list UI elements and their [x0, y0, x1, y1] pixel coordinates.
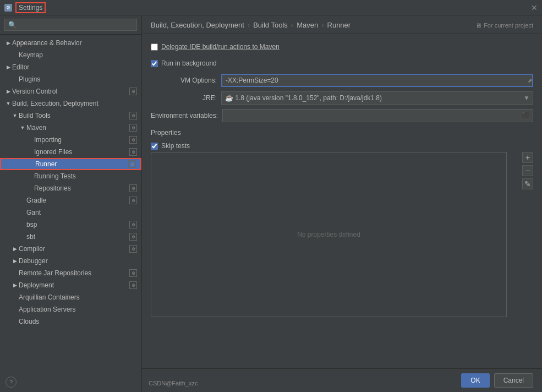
- window-title: Settings: [15, 2, 46, 13]
- project-icon: 🖥: [475, 22, 481, 29]
- sidebar-item-appearance-behavior[interactable]: ▶Appearance & Behavior: [0, 37, 141, 49]
- tree-arrow-icon: ▶: [11, 245, 19, 253]
- sidebar-item-bsp[interactable]: bsp⚙: [0, 219, 141, 231]
- edit-property-button[interactable]: ✎: [522, 178, 533, 189]
- properties-section: Properties Skip tests No properties defi…: [151, 129, 533, 317]
- sidebar-item-application-servers[interactable]: Application Servers: [0, 303, 141, 315]
- delegate-checkbox[interactable]: [151, 43, 158, 51]
- vm-options-wrapper: ⬈: [221, 74, 533, 87]
- external-settings-icon: ⚙: [129, 136, 137, 144]
- sidebar-item-label: Editor: [12, 63, 137, 71]
- sidebar-item-label: bsp: [26, 221, 128, 228]
- sidebar-item-label: Compiler: [19, 245, 128, 253]
- sidebar-item-label: sbt: [26, 233, 128, 241]
- remove-property-button[interactable]: −: [522, 165, 533, 176]
- sidebar-item-label: Appearance & Behavior: [12, 39, 137, 47]
- run-in-background-checkbox[interactable]: [151, 60, 158, 67]
- sidebar-item-version-control[interactable]: ▶Version Control⚙: [0, 85, 141, 97]
- content-body: Delegate IDE build/run actions to Maven …: [142, 34, 542, 368]
- env-vars-label: Environment variables:: [151, 112, 218, 119]
- sidebar-item-label: Importing: [34, 136, 128, 144]
- sidebar-item-build-tools[interactable]: ▼Build Tools⚙: [0, 110, 141, 122]
- external-settings-icon: ⚙: [129, 269, 137, 277]
- external-settings-icon: ⚙: [129, 221, 137, 228]
- properties-area: No properties defined: [151, 152, 507, 317]
- no-properties-text: No properties defined: [151, 153, 506, 317]
- sidebar-item-keymap[interactable]: Keymap: [0, 49, 141, 61]
- run-in-background-row: Run in background: [151, 57, 533, 69]
- for-current-project-label: For current project: [484, 22, 533, 29]
- for-current-project: 🖥 For current project: [475, 22, 533, 29]
- breadcrumb-separator: ›: [248, 21, 250, 29]
- sidebar-item-editor[interactable]: ▶Editor: [0, 61, 141, 73]
- watermark-text: CSDN@Faith_xzc: [149, 380, 198, 386]
- env-vars-input[interactable]: [222, 109, 533, 122]
- help-button[interactable]: ?: [6, 377, 17, 388]
- tree-arrow-icon: ▶: [11, 257, 19, 265]
- cancel-button[interactable]: Cancel: [494, 373, 533, 388]
- skip-tests-checkbox[interactable]: [151, 143, 158, 150]
- jre-select[interactable]: ☕ 1.8 (java version "1.8.0_152", path: D…: [221, 91, 533, 105]
- sidebar-item-clouds[interactable]: Clouds: [0, 315, 141, 328]
- expand-icon[interactable]: ⬈: [528, 78, 532, 84]
- sidebar-item-label: Repositories: [34, 184, 128, 192]
- ok-button[interactable]: OK: [461, 373, 489, 388]
- sidebar-item-compiler[interactable]: ▶Compiler⚙: [0, 243, 141, 255]
- sidebar-item-label: Ignored Files: [34, 148, 128, 156]
- env-vars-expand-icon[interactable]: ⬛: [522, 112, 530, 119]
- tree-arrow-icon: ▶: [4, 88, 12, 95]
- main-layout: ▶Appearance & BehaviorKeymap▶EditorPlugi…: [0, 15, 542, 392]
- tree-arrow-icon: ▶: [11, 281, 19, 289]
- sidebar-item-label: Gradle: [26, 197, 128, 204]
- breadcrumb: Build, Execution, Deployment›Build Tools…: [151, 21, 351, 29]
- tree-arrow-icon: ▼: [11, 112, 19, 119]
- run-in-background-label: Run in background: [161, 59, 217, 67]
- sidebar-item-label: Plugins: [19, 75, 137, 83]
- sidebar-item-label: Version Control: [12, 88, 128, 95]
- sidebar-item-label: Deployment: [19, 281, 128, 289]
- sidebar-item-debugger[interactable]: ▶Debugger: [0, 255, 141, 267]
- sidebar-item-runner[interactable]: Runner⚙: [0, 158, 141, 170]
- sidebar-item-maven[interactable]: ▼Maven⚙: [0, 122, 141, 134]
- sidebar-item-gant[interactable]: Gant: [0, 206, 141, 219]
- search-input[interactable]: [4, 19, 137, 31]
- external-settings-icon: ⚙: [129, 245, 137, 253]
- breadcrumb-item: Runner: [327, 21, 351, 29]
- sidebar-item-importing[interactable]: Importing⚙: [0, 134, 141, 146]
- sidebar-item-repositories[interactable]: Repositories⚙: [0, 182, 141, 194]
- external-settings-icon: ⚙: [128, 160, 136, 168]
- external-settings-icon: ⚙: [129, 233, 137, 241]
- breadcrumb-separator: ›: [321, 21, 324, 29]
- sidebar: ▶Appearance & BehaviorKeymap▶EditorPlugi…: [0, 15, 142, 392]
- sidebar-item-sbt[interactable]: sbt⚙: [0, 231, 141, 243]
- sidebar-item-label: Arquillian Containers: [19, 293, 137, 301]
- external-settings-icon: ⚙: [129, 148, 137, 156]
- sidebar-item-build-execution-deployment[interactable]: ▼Build, Execution, Deployment: [0, 97, 141, 110]
- skip-tests-label: Skip tests: [161, 142, 190, 150]
- sidebar-item-gradle[interactable]: Gradle⚙: [0, 194, 141, 206]
- delegate-label: Delegate IDE build/run actions to Maven: [161, 43, 280, 51]
- env-vars-container: ⬛: [222, 109, 533, 122]
- tree-arrow-icon: ▶: [4, 63, 12, 71]
- sidebar-item-deployment[interactable]: ▶Deployment⚙: [0, 279, 141, 291]
- breadcrumb-item: Maven: [297, 21, 318, 29]
- tree-arrow-icon: ▼: [4, 100, 12, 107]
- sidebar-item-arquillian-containers[interactable]: Arquillian Containers: [0, 291, 141, 303]
- sidebar-item-running-tests[interactable]: Running Tests: [0, 170, 141, 182]
- properties-wrapper: No properties defined + − ✎: [151, 152, 533, 317]
- sidebar-item-label: Debugger: [19, 257, 137, 265]
- sidebar-item-ignored-files[interactable]: Ignored Files⚙: [0, 146, 141, 158]
- sidebar-item-label: Runner: [35, 160, 127, 168]
- sidebar-item-label: Clouds: [19, 318, 137, 325]
- content-area: Build, Execution, Deployment›Build Tools…: [142, 15, 542, 392]
- sidebar-item-remote-jar-repositories[interactable]: Remote Jar Repositories⚙: [0, 267, 141, 279]
- vm-options-input[interactable]: [221, 74, 533, 87]
- external-settings-icon: ⚙: [129, 281, 137, 289]
- sidebar-tree: ▶Appearance & BehaviorKeymap▶EditorPlugi…: [0, 35, 141, 392]
- close-button[interactable]: ✕: [531, 3, 538, 12]
- add-property-button[interactable]: +: [522, 152, 533, 163]
- sidebar-item-label: Build, Execution, Deployment: [12, 100, 137, 107]
- sidebar-item-label: Running Tests: [34, 172, 137, 180]
- sidebar-item-plugins[interactable]: Plugins: [0, 73, 141, 85]
- sidebar-item-label: Remote Jar Repositories: [19, 269, 128, 277]
